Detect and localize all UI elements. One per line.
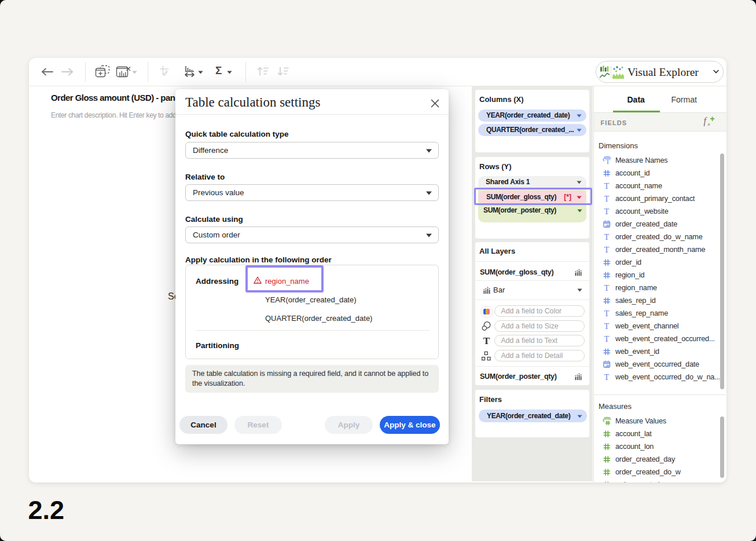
svg-text:T: T — [604, 232, 610, 242]
svg-text:T: T — [604, 194, 610, 203]
svg-text:T: T — [604, 334, 610, 343]
svg-text:T: T — [604, 207, 610, 216]
svg-text:T: T — [605, 158, 610, 165]
svg-text:T: T — [604, 283, 610, 293]
svg-text:T: T — [604, 321, 610, 331]
svg-text:T: T — [604, 245, 610, 254]
svg-text:T: T — [604, 309, 610, 318]
svg-text:T: T — [604, 372, 610, 382]
svg-text:T: T — [604, 181, 610, 191]
